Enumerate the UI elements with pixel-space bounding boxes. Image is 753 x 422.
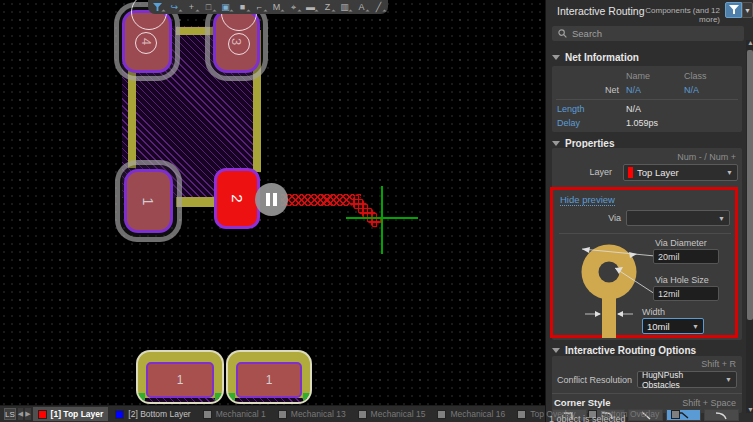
pad-corner-mark: [228, 393, 235, 402]
polygon-strip: [232, 398, 310, 404]
divider: [552, 393, 742, 394]
conflict-resolution-label: Conflict Resolution: [557, 375, 632, 385]
delay-label[interactable]: Delay: [557, 118, 580, 128]
via-icon[interactable]: ⌖: [286, 1, 302, 14]
status-message: 1 object is selected: [549, 414, 626, 422]
cursor-crosshair-horizontal: [346, 217, 418, 219]
corner-shortcut-hint: Shift + Space: [682, 398, 736, 408]
polygon-strip: [142, 398, 222, 404]
conflict-shortcut-hint: Shift + R: [701, 359, 736, 369]
width-dropdown[interactable]: 10mil ▼: [642, 318, 704, 334]
routing-trace[interactable]: [281, 194, 361, 206]
pad-1-selected[interactable]: 1: [115, 160, 182, 242]
layer-color-square: [38, 410, 47, 419]
layer-label: Layer: [562, 167, 612, 177]
fill-icon[interactable]: ■: [235, 1, 251, 14]
text-icon[interactable]: A: [354, 1, 370, 14]
routing-options-header[interactable]: Interactive Routing Options: [552, 345, 696, 356]
chevron-down-icon: ▼: [718, 215, 725, 222]
trace-segment[interactable]: [176, 197, 216, 207]
pad-icon[interactable]: ▣: [218, 1, 234, 14]
interactive-route-icon[interactable]: ↪: [167, 1, 183, 14]
pcb-editor-window: 4 3 1 2: [0, 0, 753, 422]
width-label: Width: [642, 307, 665, 317]
num-shortcut-hint: Num - / Num +: [677, 152, 736, 162]
corner-arc-icon: [715, 410, 728, 420]
pad-designator: 1: [177, 373, 184, 387]
tab-mechanical-13[interactable]: Mechanical 13: [273, 407, 351, 421]
net-information-header[interactable]: Net Information: [552, 52, 639, 63]
collapse-icon: [552, 55, 560, 60]
column-header-name: Name: [626, 71, 650, 81]
scroll-up-icon[interactable]: ▲: [747, 39, 753, 46]
net-name-value[interactable]: N/A: [626, 85, 641, 95]
trace-icon[interactable]: ⌐: [252, 1, 268, 14]
via-diameter-label: Via Diameter: [655, 238, 707, 248]
next-layer-button[interactable]: ▶: [25, 408, 30, 420]
chevron-down-icon: ▼: [725, 376, 732, 383]
search-box: [552, 26, 744, 41]
properties-card: Num - / Num + Layer Top Layer ▼ Hide pre…: [552, 148, 742, 340]
line-icon[interactable]: ╱: [371, 1, 387, 14]
corner-style-arc-button[interactable]: [704, 409, 739, 421]
tab-mechanical-1[interactable]: Mechanical 1: [198, 407, 271, 421]
divider: [556, 99, 738, 100]
scroll-down-icon[interactable]: ▼: [747, 406, 753, 413]
filter-dropdown-arrow[interactable]: ▼: [742, 2, 753, 18]
interactive-routing-panel: Interactive Routing Components (and 12 m…: [545, 0, 753, 422]
pad-corner-mark: [215, 393, 222, 402]
snippet-icon[interactable]: Z: [320, 1, 336, 14]
layer-value: Top Layer: [637, 167, 679, 178]
chevron-down-icon: ▼: [692, 323, 699, 330]
cursor-crosshair-vertical: [381, 186, 383, 254]
conflict-resolution-value: HugNPush Obstacles: [642, 370, 721, 390]
net-label: Net: [557, 85, 619, 95]
scrollbar-thumb[interactable]: [747, 50, 753, 320]
layer-dropdown[interactable]: Top Layer ▼: [623, 164, 738, 181]
plane-icon[interactable]: ▬: [303, 1, 319, 14]
dimension-icon[interactable]: M: [269, 1, 285, 14]
active-bar-toolbar: ↪ + □ ▣ ■ ⌐ M ⌖ ▬ Z ▥ A ╱: [148, 0, 388, 14]
tab-bottom-layer[interactable]: [2] Bottom Layer: [110, 407, 195, 421]
delay-value: 1.059ps: [626, 118, 658, 128]
component-pad-right[interactable]: 1: [226, 350, 312, 404]
layer-color-square: [437, 410, 446, 419]
conflict-resolution-dropdown[interactable]: HugNPush Obstacles ▼: [637, 371, 737, 388]
layer-color-square: [358, 410, 367, 419]
via-hole-size-label: Via Hole Size: [655, 275, 709, 285]
pcb-canvas[interactable]: 4 3 1 2: [0, 0, 545, 405]
column-header-class: Class: [684, 71, 707, 81]
filter-button[interactable]: [725, 2, 742, 18]
pause-icon: [266, 193, 270, 206]
prev-layer-button[interactable]: ◀: [18, 408, 23, 420]
length-label[interactable]: Length: [557, 104, 585, 114]
routing-pause-button[interactable]: [255, 183, 288, 216]
layer-color-square: [517, 410, 526, 419]
collapse-icon: [552, 348, 560, 353]
search-input[interactable]: [572, 28, 722, 39]
pad-2[interactable]: 2: [214, 168, 260, 229]
via-dropdown[interactable]: ▼: [626, 210, 730, 226]
routing-trace-diagonal[interactable]: [349, 194, 384, 229]
panel-title: Interactive Routing: [557, 5, 645, 17]
via-hole-size-input[interactable]: [653, 286, 719, 301]
tab-mechanical-15[interactable]: Mechanical 15: [353, 407, 431, 421]
move-icon[interactable]: +: [184, 1, 200, 14]
room-icon[interactable]: ▥: [337, 1, 353, 14]
component-pad-left[interactable]: 1: [136, 350, 224, 404]
layer-sets-button[interactable]: LS: [4, 408, 16, 420]
panel-scrollbar[interactable]: ▲ ▼: [746, 40, 753, 413]
funnel-icon: [729, 5, 739, 15]
pad-designator: 1: [266, 373, 273, 387]
net-class-value[interactable]: N/A: [684, 85, 699, 95]
pad-corner-mark: [303, 393, 310, 402]
region-icon[interactable]: □: [201, 1, 217, 14]
tab-partial[interactable]: [666, 407, 685, 421]
filter-icon[interactable]: [150, 1, 166, 14]
hide-preview-link[interactable]: Hide preview: [560, 194, 615, 206]
pad-corner-mark: [138, 393, 145, 402]
tab-mechanical-16[interactable]: Mechanical 16: [432, 407, 510, 421]
via-diameter-input[interactable]: [653, 249, 719, 264]
tab-top-layer[interactable]: [1] Top Layer: [33, 407, 109, 421]
scope-dropdown-label[interactable]: Components (and 12 more): [636, 6, 720, 24]
